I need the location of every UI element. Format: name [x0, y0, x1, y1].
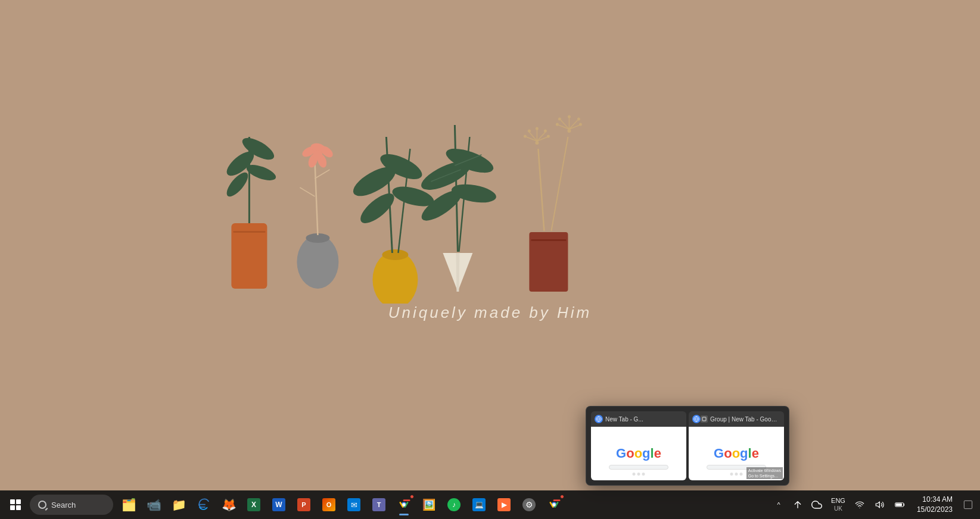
taskbar-app-generic[interactable]: 🖼️: [417, 493, 441, 517]
svg-point-66: [402, 503, 406, 507]
taskbar-powerpoint[interactable]: P: [292, 493, 316, 517]
svg-point-68: [552, 503, 556, 507]
svg-point-61: [578, 123, 581, 126]
taskbar-office[interactable]: O: [317, 493, 341, 517]
taskbar-file-explorer[interactable]: 🗂️: [117, 493, 141, 517]
taskbar-mail[interactable]: ✉: [342, 493, 366, 517]
svg-line-38: [538, 149, 544, 231]
taskbar-teams[interactable]: T: [367, 493, 391, 517]
svg-point-47: [535, 127, 538, 130]
svg-marker-27: [456, 253, 459, 292]
taskbar-zoom[interactable]: 📹: [142, 493, 166, 517]
svg-point-49: [523, 135, 526, 138]
svg-point-50: [546, 135, 549, 138]
taskbar-spotify[interactable]: ♪: [442, 493, 466, 517]
svg-point-19: [382, 249, 408, 260]
taskbar-word[interactable]: W: [267, 493, 291, 517]
svg-rect-70: [896, 504, 902, 507]
taskbar-edge[interactable]: [192, 493, 216, 517]
svg-rect-64: [702, 417, 706, 421]
taskbar-firefox[interactable]: 🦊: [217, 493, 241, 517]
svg-rect-37: [531, 239, 566, 241]
taskbar-icon-list: 🗂️ 📹 📁 🦊 X W P O: [117, 493, 566, 517]
taskbar-search[interactable]: Search: [30, 495, 113, 515]
browser-popup[interactable]: New Tab - G... × Google: [586, 406, 789, 486]
tab-1-title: New Tab - G...: [605, 416, 683, 423]
svg-point-51: [567, 129, 571, 133]
tray-icon-list: ^: [770, 496, 825, 513]
start-button[interactable]: [5, 494, 26, 515]
tray-notification[interactable]: [961, 496, 975, 513]
taskbar-pika[interactable]: ▶: [492, 493, 516, 517]
clock-date: 15/02/2023: [917, 505, 953, 515]
wallpaper-tagline: Uniquely made by Him: [388, 304, 592, 322]
svg-line-16: [300, 187, 315, 196]
search-label: Search: [51, 501, 76, 509]
taskbar-dev-app[interactable]: 💻: [467, 493, 491, 517]
tray-volume[interactable]: [872, 496, 888, 513]
taskbar-excel[interactable]: X: [242, 493, 266, 517]
svg-point-58: [567, 115, 570, 118]
tray-wifi[interactable]: [851, 496, 868, 513]
tray-network-upload[interactable]: [789, 496, 806, 513]
tray-language[interactable]: ENG UK: [829, 496, 848, 513]
taskbar-folder[interactable]: 📁: [167, 493, 191, 517]
svg-point-40: [535, 141, 539, 145]
svg-rect-71: [964, 501, 972, 508]
system-clock[interactable]: 10:34 AM 15/02/2023: [912, 495, 957, 515]
taskbar-chrome-alt[interactable]: [542, 493, 566, 517]
tray-battery[interactable]: [892, 496, 909, 513]
svg-line-17: [315, 170, 329, 179]
svg-rect-1: [233, 231, 265, 233]
wallpaper-illustration: [198, 77, 627, 306]
svg-point-57: [558, 118, 561, 121]
svg-point-60: [555, 123, 558, 126]
svg-point-59: [577, 118, 580, 121]
desktop: Uniquely made by Him New Tab - G... × Go…: [0, 0, 980, 519]
browser-tab-1[interactable]: New Tab - G... × Google: [591, 411, 686, 480]
search-icon: [38, 501, 46, 509]
system-tray: ^ ENG UK 10:: [770, 495, 975, 515]
svg-point-48: [543, 130, 546, 133]
svg-point-46: [527, 130, 530, 133]
tray-cloud[interactable]: [808, 496, 825, 513]
svg-point-15: [313, 150, 322, 160]
taskbar-settings[interactable]: ⚙: [517, 493, 541, 517]
tab-2-title: Group | New Tab - Google ...: [710, 416, 780, 423]
tray-chevron[interactable]: ^: [770, 496, 787, 513]
svg-rect-0: [231, 223, 267, 289]
windows-logo-icon: [10, 499, 21, 510]
browser-tab-2[interactable]: Group | New Tab - Google ... × Google Ac…: [689, 411, 784, 480]
svg-line-9: [315, 161, 318, 235]
svg-line-39: [551, 137, 568, 231]
clock-time: 10:34 AM: [922, 495, 953, 505]
svg-point-7: [297, 235, 338, 289]
taskbar: Search 🗂️ 📹 📁 🦊 X W: [0, 490, 980, 519]
taskbar-chrome[interactable]: [392, 493, 416, 517]
